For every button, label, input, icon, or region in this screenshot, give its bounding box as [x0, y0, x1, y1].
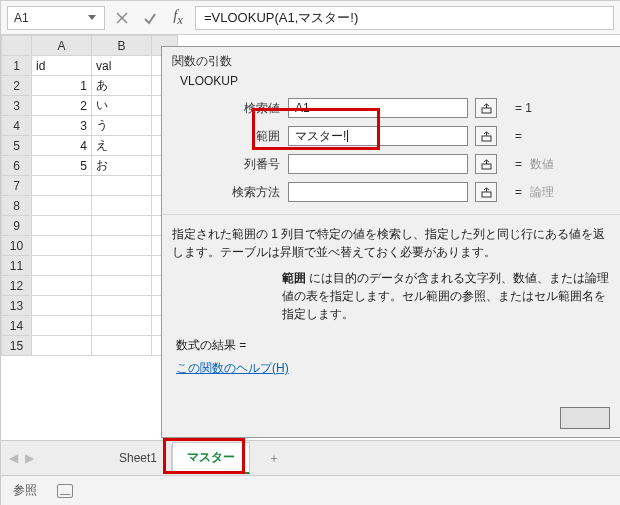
row-header[interactable]: 6	[2, 156, 32, 176]
cell[interactable]	[92, 336, 152, 356]
cell[interactable]: い	[92, 96, 152, 116]
arg-input-table-array[interactable]: マスター!	[288, 126, 468, 146]
tab-next-icon[interactable]: ▶	[23, 451, 35, 465]
arg-label: 検索方法	[180, 184, 280, 201]
cell[interactable]: val	[92, 56, 152, 76]
row-header[interactable]: 15	[2, 336, 32, 356]
arg-label: 範囲	[180, 128, 280, 145]
row-header[interactable]: 3	[2, 96, 32, 116]
formula-bar-row: A1 fx =VLOOKUP(A1,マスター!)	[1, 1, 620, 35]
formula-input[interactable]: =VLOOKUP(A1,マスター!)	[195, 6, 614, 30]
arg-input-col-index[interactable]	[288, 154, 468, 174]
name-box[interactable]: A1	[7, 6, 105, 30]
column-header-B[interactable]: B	[92, 36, 152, 56]
arg-label: 検索値	[180, 100, 280, 117]
cell[interactable]: id	[32, 56, 92, 76]
svg-rect-4	[482, 164, 491, 169]
sheet-tab-sheet1[interactable]: Sheet1	[105, 445, 172, 471]
cell[interactable]	[32, 236, 92, 256]
function-arguments-dialog: 関数の引数 VLOOKUP 検索値 A1 = 1 範囲 マスター! = 列番号 …	[161, 46, 620, 438]
arg-result: =数値	[515, 156, 554, 173]
function-description: 指定された範囲の 1 列目で特定の値を検索し、指定した列と同じ行にある値を返しま…	[162, 214, 620, 265]
cancel-formula-icon[interactable]	[111, 7, 133, 29]
dialog-ok-button[interactable]	[560, 407, 610, 429]
add-sheet-icon[interactable]: ＋	[262, 446, 286, 470]
arg-label: 列番号	[180, 156, 280, 173]
argument-list: 検索値 A1 = 1 範囲 マスター! = 列番号 =数値 検索方法	[162, 88, 620, 208]
row-header[interactable]: 11	[2, 256, 32, 276]
cell[interactable]	[32, 256, 92, 276]
cell[interactable]	[32, 216, 92, 236]
tab-prev-icon[interactable]: ◀	[7, 451, 19, 465]
row-header[interactable]: 8	[2, 196, 32, 216]
cell[interactable]: 5	[32, 156, 92, 176]
cell[interactable]	[92, 276, 152, 296]
cell[interactable]	[92, 216, 152, 236]
arg-result: = 1	[515, 101, 532, 115]
formula-text: =VLOOKUP(A1,マスター!)	[204, 9, 358, 27]
cell[interactable]	[92, 176, 152, 196]
cell[interactable]	[92, 196, 152, 216]
function-help-link[interactable]: この関数のヘルプ(H)	[162, 356, 620, 385]
status-bar: 参照	[1, 475, 620, 505]
cell[interactable]	[92, 236, 152, 256]
row-header[interactable]: 13	[2, 296, 32, 316]
collapse-dialog-icon[interactable]	[475, 182, 497, 202]
cell[interactable]: 3	[32, 116, 92, 136]
name-box-value: A1	[14, 11, 29, 25]
arg-range-lookup-row: 検索方法 =論理	[180, 178, 610, 206]
arg-value: A1	[295, 101, 310, 115]
sheet-tab-master[interactable]: マスター	[172, 442, 250, 474]
row-header[interactable]: 5	[2, 136, 32, 156]
arg-result: =論理	[515, 184, 554, 201]
cell[interactable]	[32, 276, 92, 296]
cell[interactable]	[92, 316, 152, 336]
fx-icon[interactable]: fx	[167, 7, 189, 29]
row-header[interactable]: 7	[2, 176, 32, 196]
cell[interactable]	[32, 316, 92, 336]
cell[interactable]	[92, 256, 152, 276]
collapse-dialog-icon[interactable]	[475, 98, 497, 118]
cell[interactable]: お	[92, 156, 152, 176]
cell[interactable]	[32, 296, 92, 316]
cell[interactable]	[32, 176, 92, 196]
cell[interactable]: 2	[32, 96, 92, 116]
argument-description: 範囲 には目的のデータが含まれる文字列、数値、または論理値の表を指定します。セル…	[162, 265, 620, 327]
row-header[interactable]: 1	[2, 56, 32, 76]
arg-col-index-row: 列番号 =数値	[180, 150, 610, 178]
row-header[interactable]: 9	[2, 216, 32, 236]
row-header[interactable]: 12	[2, 276, 32, 296]
excel-window: A1 fx =VLOOKUP(A1,マスター!) A B 1idval 21あ …	[0, 0, 620, 505]
row-header[interactable]: 10	[2, 236, 32, 256]
dialog-title: 関数の引数	[162, 47, 620, 74]
select-all-corner[interactable]	[2, 36, 32, 56]
column-header-A[interactable]: A	[32, 36, 92, 56]
svg-rect-3	[482, 136, 491, 141]
accept-formula-icon[interactable]	[139, 7, 161, 29]
cell[interactable]: う	[92, 116, 152, 136]
collapse-dialog-icon[interactable]	[475, 154, 497, 174]
formula-result: 数式の結果 =	[162, 327, 620, 356]
keyboard-icon[interactable]	[57, 484, 73, 498]
arg-lookup-value-row: 検索値 A1 = 1	[180, 94, 610, 122]
help-link-text[interactable]: この関数のヘルプ(H)	[176, 361, 289, 375]
status-mode: 参照	[13, 482, 37, 499]
arg-table-array-row: 範囲 マスター! =	[180, 122, 610, 150]
cell[interactable]: 1	[32, 76, 92, 96]
row-header[interactable]: 4	[2, 116, 32, 136]
cell[interactable]: え	[92, 136, 152, 156]
arg-input-range-lookup[interactable]	[288, 182, 468, 202]
row-header[interactable]: 2	[2, 76, 32, 96]
tab-nav: ◀ ▶	[7, 451, 35, 465]
arg-input-lookup-value[interactable]: A1	[288, 98, 468, 118]
function-name: VLOOKUP	[162, 74, 620, 88]
cell[interactable]: 4	[32, 136, 92, 156]
cell[interactable]: あ	[92, 76, 152, 96]
cell[interactable]	[32, 336, 92, 356]
sheet-tab-bar: ◀ ▶ Sheet1 マスター ＋	[1, 440, 620, 475]
collapse-dialog-icon[interactable]	[475, 126, 497, 146]
arg-value: マスター!	[295, 128, 346, 145]
cell[interactable]	[32, 196, 92, 216]
cell[interactable]	[92, 296, 152, 316]
row-header[interactable]: 14	[2, 316, 32, 336]
